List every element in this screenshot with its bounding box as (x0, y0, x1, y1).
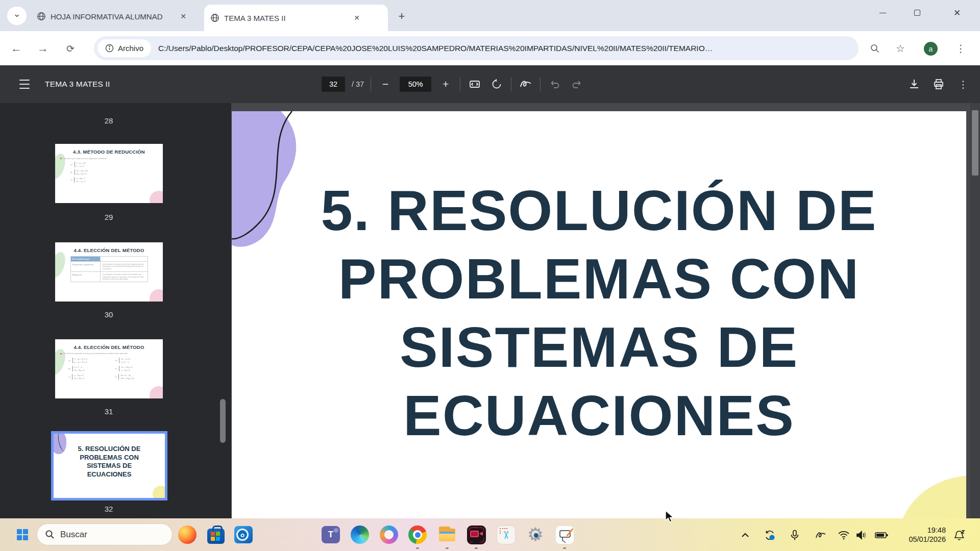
zoom-search-icon[interactable] (865, 38, 885, 59)
thumbnail-page-30[interactable]: 4.4. ELECCIÓN DEL MÉTODO Se resuelven po… (55, 242, 163, 302)
tab-hoja-informativa[interactable]: HOJA INFORMATIVA ALUMNAD ✕ (31, 7, 199, 26)
tray-battery[interactable] (875, 529, 888, 542)
undo-icon[interactable] (547, 77, 562, 92)
slide-green-blob (55, 250, 68, 279)
rotate-icon[interactable] (489, 77, 504, 92)
tray-sync-status[interactable] (763, 529, 776, 542)
copilot-icon (380, 525, 398, 544)
globe-icon (37, 12, 46, 21)
running-indicator (563, 547, 566, 549)
taskbar-file-explorer[interactable] (437, 524, 457, 545)
forward-button[interactable]: → (33, 38, 53, 59)
tab-title: HOJA INFORMATIVA ALUMNAD (51, 12, 173, 21)
taskbar-chrome[interactable] (407, 524, 428, 545)
running-indicator (475, 547, 478, 549)
feedback-icon (555, 525, 574, 544)
url-text: C:/Users/Pablo/Desktop/PROFESOR/CEPA/CEP… (158, 44, 850, 53)
screen-recorder-icon (467, 525, 486, 544)
pdf-controls: 32 / 37 − 50% + (322, 65, 584, 103)
redo-icon[interactable] (569, 77, 584, 92)
pen-ink-icon (815, 530, 827, 541)
page-count-label: / 37 (352, 80, 364, 88)
window-minimize-button[interactable] (868, 0, 897, 26)
slide-green-blob (55, 152, 68, 181)
taskbar-search-box[interactable]: Buscar (37, 523, 173, 545)
tray-wifi[interactable] (837, 529, 850, 542)
zoom-out-button[interactable]: − (378, 77, 393, 92)
divider (371, 77, 371, 91)
thumbnail-page-32-selected[interactable]: 5. RESOLUCIÓN DE PROBLEMAS CON SISTEMAS … (51, 431, 167, 500)
thumbnail-page-31[interactable]: 4.4. ELECCIÓN DEL MÉTODO Resuelve los si… (55, 339, 163, 398)
windows-logo-icon (17, 529, 28, 540)
zoom-level-input[interactable]: 50% (400, 77, 431, 92)
tray-volume[interactable] (854, 529, 868, 542)
pdf-toolbar: TEMA 3 MATES II 32 / 37 − 50% + (0, 65, 980, 103)
thumb-label-32: 32 (0, 505, 217, 513)
close-icon[interactable]: ✕ (178, 11, 189, 22)
minimize-icon (879, 13, 886, 13)
taskbar-teams[interactable]: T (321, 524, 341, 545)
volume-icon (855, 530, 867, 540)
zoom-in-button[interactable]: + (438, 77, 453, 92)
pdf-toolbar-right: ⋮ (906, 65, 971, 103)
pdf-more-menu[interactable]: ⋮ (955, 77, 971, 92)
taskbar-copilot[interactable] (379, 524, 399, 545)
taskbar-settings[interactable]: ⚙ (525, 524, 546, 545)
reload-button[interactable]: ⟳ (60, 38, 81, 59)
fit-to-width-icon[interactable] (467, 77, 482, 92)
tab-search-button[interactable]: ⌄ (7, 7, 27, 25)
tray-clock[interactable]: 19:48 05/01/2026 (892, 525, 946, 544)
windows-taskbar: Buscar o T ✂ ⚙ (0, 518, 980, 551)
running-indicator (446, 547, 449, 549)
snipping-tool-icon: ✂ (497, 525, 516, 544)
window-close-button[interactable]: ✕ (942, 0, 972, 26)
divider (460, 77, 460, 91)
sync-icon (764, 529, 776, 541)
taskbar-screen-recorder[interactable] (466, 524, 486, 545)
back-button[interactable]: ← (6, 38, 27, 59)
viewer-scrollbar-thumb[interactable] (972, 110, 978, 176)
menu-icon[interactable] (15, 78, 34, 90)
slide-table: Se resuelven por Sustitución e igualació… (70, 256, 148, 282)
mouse-cursor (664, 510, 676, 523)
new-tab-button[interactable]: + (394, 9, 409, 24)
taskbar-snipping-tool[interactable]: ✂ (496, 524, 516, 545)
annotate-ink-icon[interactable] (518, 77, 533, 92)
tray-microphone[interactable] (788, 529, 801, 542)
tray-date: 05/01/2026 (892, 535, 946, 544)
bookmark-star-icon[interactable]: ☆ (890, 38, 911, 59)
tab-tema-3-mates[interactable]: TEMA 3 MATES II ✕ (204, 5, 388, 31)
taskbar-edge[interactable] (350, 524, 370, 545)
browser-menu-button[interactable]: ⋮ (950, 38, 971, 59)
start-button[interactable] (12, 524, 33, 545)
slide-title: 4.4. ELECCIÓN DEL MÉTODO (55, 344, 163, 350)
pdf-thumbnail-sidebar: 28 4.3. MÉTODO DE REDUCCIÓN Resuelve por… (0, 103, 231, 518)
tray-notifications-dnd[interactable] (952, 529, 966, 542)
download-icon[interactable] (906, 77, 922, 92)
sidebar-scrollbar-thumb[interactable] (220, 399, 226, 443)
window-maximize-button[interactable] (902, 0, 932, 26)
slide-green-blob (55, 347, 68, 376)
taskbar-microsoft-store[interactable] (206, 524, 226, 545)
chevron-down-icon: ⌄ (13, 8, 20, 19)
divider (540, 77, 541, 91)
close-icon[interactable]: ✕ (351, 12, 362, 23)
taskbar-feedback[interactable] (554, 524, 575, 545)
tray-pen[interactable] (814, 529, 827, 542)
taskbar-outlook[interactable]: o (233, 524, 254, 545)
slide-yellow-blob (153, 486, 165, 498)
slide-pink-blob (150, 191, 163, 203)
tray-show-hidden-icons[interactable] (739, 529, 752, 542)
address-bar[interactable]: Archivo C:/Users/Pablo/Desktop/PROFESOR/… (94, 36, 859, 60)
thumbnail-page-29[interactable]: 4.3. MÉTODO DE REDUCCIÓN Resuelve por re… (55, 144, 163, 203)
browser-toolbar: ← → ⟳ Archivo C:/Users/Pablo/Desktop/PRO… (0, 31, 980, 65)
page-number-input[interactable]: 32 (322, 77, 345, 92)
thumb-label-28: 28 (0, 116, 217, 125)
file-scheme-chip[interactable]: Archivo (97, 39, 151, 57)
profile-avatar[interactable]: a (924, 42, 938, 56)
browser-tab-strip: ⌄ HOJA INFORMATIVA ALUMNAD ✕ TEMA 3 MATE… (0, 0, 980, 31)
microphone-icon (790, 530, 800, 541)
print-icon[interactable] (931, 77, 946, 92)
taskbar-firefox[interactable] (177, 524, 198, 545)
thumb-label-29: 29 (0, 213, 217, 221)
